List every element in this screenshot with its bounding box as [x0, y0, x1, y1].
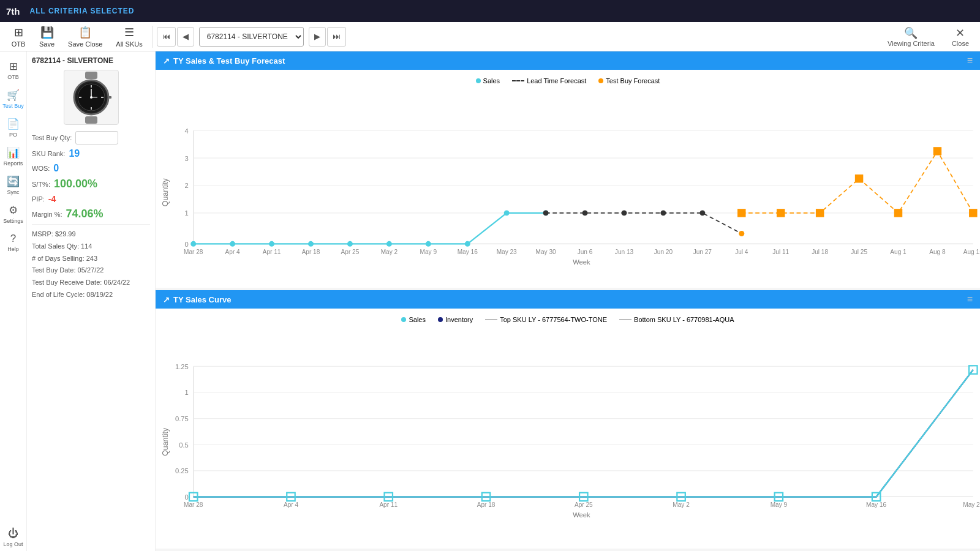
chart2-menu-icon[interactable]: ≡ [967, 294, 973, 305]
svg-point-58 [621, 210, 627, 216]
legend2-inventory-label: Inventory [445, 316, 473, 323]
svg-point-53 [465, 241, 470, 247]
chart1-title: TY Sales & Test Buy Forecast [173, 56, 285, 66]
sidebar-item-sync[interactable]: 🔄 Sync [0, 171, 27, 199]
svg-rect-1 [85, 116, 97, 124]
svg-point-46 [190, 241, 196, 247]
next-button[interactable]: ▶ [309, 27, 326, 47]
sidebar-item-logout[interactable]: ⏻ Log Out [0, 524, 27, 551]
otb-nav-icon: ⊞ [9, 60, 18, 73]
product-image [64, 70, 119, 125]
legend-lead-time: Lead Time Forecast [512, 77, 586, 84]
prev-button[interactable]: ◀ [177, 27, 194, 47]
svg-point-49 [308, 241, 314, 247]
svg-text:Apr 18: Apr 18 [302, 249, 320, 255]
otb-button[interactable]: ⊞ OTB [5, 23, 32, 50]
sidebar-item-help[interactable]: ? Help [0, 229, 27, 256]
svg-text:May 9: May 9 [771, 502, 788, 509]
test-buy-date-value: 05/27/22 [78, 266, 104, 274]
last-button[interactable]: ⏭ [327, 27, 346, 47]
sidebar-item-reports[interactable]: 📊 Reports [0, 143, 27, 170]
svg-text:Apr 25: Apr 25 [341, 249, 360, 255]
all-skus-button[interactable]: ☰ All SKUs [110, 23, 148, 50]
svg-point-52 [426, 241, 431, 247]
svg-text:0.75: 0.75 [175, 416, 189, 423]
svg-rect-66 [894, 209, 902, 217]
legend2-inventory: Inventory [438, 316, 473, 323]
test-buy-receive-row: Test Buy Receive Date: 06/24/22 [32, 277, 150, 289]
main-layout: ⊞ OTB 🛒 Test Buy 📄 PO 📊 Reports 🔄 Sync ⚙… [0, 51, 980, 551]
svg-point-59 [660, 210, 666, 216]
test-buy-nav-label: Test Buy [2, 103, 24, 109]
svg-rect-67 [933, 147, 941, 155]
close-button[interactable]: ✕ Close [946, 24, 975, 50]
svg-point-47 [230, 241, 235, 247]
legend-test-buy: Test Buy Forecast [598, 77, 660, 84]
chart1-header[interactable]: ↗ TY Sales & Test Buy Forecast ≡ [156, 51, 980, 70]
settings-nav-icon: ⚙ [9, 204, 18, 217]
sidebar-item-otb[interactable]: ⊞ OTB [0, 56, 27, 84]
svg-text:3: 3 [185, 155, 189, 162]
legend2-bottom-sku: Bottom SKU LY - 6770981-AQUA [619, 316, 734, 323]
first-button[interactable]: ⏮ [157, 27, 176, 47]
svg-text:May 2: May 2 [673, 502, 690, 509]
svg-text:Quantity: Quantity [161, 427, 170, 456]
toolbar-divider [153, 26, 153, 48]
sidebar-item-test-buy[interactable]: 🛒 Test Buy [0, 85, 27, 113]
test-buy-date-label: Test Buy Date: [32, 266, 76, 274]
test-buy-nav-icon: 🛒 [7, 89, 20, 102]
legend2-top-sku: Top SKU LY - 6777564-TWO-TONE [485, 316, 607, 323]
bottom-sku-line [619, 319, 631, 320]
svg-point-50 [347, 241, 353, 247]
logout-nav-icon: ⏻ [8, 528, 18, 540]
toolbar: ⊞ OTB 💾 Save 📋 Save Close ☰ All SKUs ⏮ ◀… [0, 22, 980, 51]
svg-point-61 [739, 231, 744, 236]
help-nav-icon: ? [10, 233, 16, 245]
chart1-section: ↗ TY Sales & Test Buy Forecast ≡ Sales L… [156, 51, 980, 288]
svg-text:1: 1 [185, 209, 189, 217]
svg-text:Jul 4: Jul 4 [735, 249, 748, 255]
po-nav-icon: 📄 [7, 118, 20, 130]
sidebar-item-po[interactable]: 📄 PO [0, 114, 27, 141]
pip-value: -4 [48, 194, 56, 204]
save-close-button[interactable]: 📋 Save Close [62, 23, 108, 50]
all-skus-label: All SKUs [116, 40, 142, 48]
all-skus-icon: ☰ [124, 26, 134, 39]
test-buy-receive-value: 06/24/22 [104, 279, 130, 286]
product-sidebar: 6782114 - SILVERTONE [27, 51, 156, 551]
otb-label: OTB [12, 40, 26, 48]
chart1-body: Sales Lead Time Forecast Test Buy Foreca… [156, 70, 980, 288]
svg-text:May 16: May 16 [866, 502, 886, 509]
end-of-life-value: 08/19/22 [86, 291, 113, 298]
sidebar-item-settings[interactable]: ⚙ Settings [0, 200, 27, 228]
svg-text:Jun 27: Jun 27 [693, 249, 712, 255]
chart2-title: TY Sales Curve [173, 295, 231, 304]
sku-dropdown[interactable]: 6782114 - SILVERTONE [199, 27, 304, 47]
end-of-life-label: End of Life Cycle: [32, 291, 85, 298]
svg-point-51 [386, 241, 392, 247]
chart1-menu-icon[interactable]: ≡ [967, 55, 973, 66]
test-buy-qty-input[interactable] [75, 131, 118, 144]
svg-text:Apr 11: Apr 11 [379, 502, 398, 509]
test-buy-qty-row: Test Buy Qty: [32, 131, 150, 144]
chart2-header[interactable]: ↗ TY Sales Curve ≡ [156, 290, 980, 309]
svg-text:Jun 6: Jun 6 [578, 249, 593, 255]
po-nav-label: PO [9, 132, 17, 138]
divider [32, 224, 150, 225]
viewing-criteria-icon: 🔍 [904, 26, 918, 40]
svg-text:Mar 28: Mar 28 [184, 502, 203, 509]
svg-text:4: 4 [185, 127, 189, 135]
svg-text:Aug 1: Aug 1 [890, 249, 907, 255]
close-label: Close [952, 40, 969, 47]
chart2-header-left: ↗ TY Sales Curve [163, 295, 231, 304]
total-sales-qty-label: Total Sales Qty: [32, 242, 79, 250]
save-button[interactable]: 💾 Save [33, 23, 61, 50]
svg-text:Jul 11: Jul 11 [772, 249, 789, 255]
margin-value: 74.06% [66, 208, 104, 220]
total-sales-qty-value: 114 [81, 242, 92, 250]
viewing-criteria-button[interactable]: 🔍 Viewing Criteria [881, 24, 941, 50]
svg-point-57 [582, 210, 588, 216]
svg-text:May 23: May 23 [497, 249, 517, 255]
nav-buttons: ⏮ ◀ 6782114 - SILVERTONE ▶ ⏭ [157, 27, 346, 47]
svg-rect-62 [737, 209, 745, 217]
